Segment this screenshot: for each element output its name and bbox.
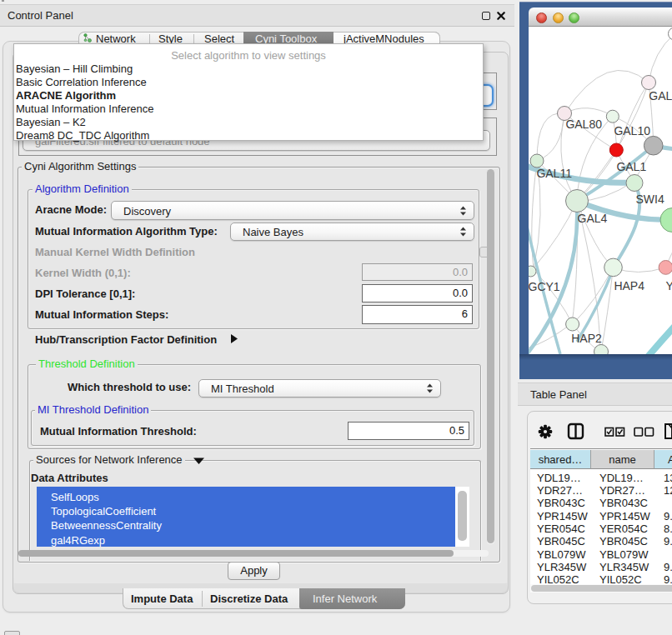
svg-text:GAL4: GAL4 [578, 212, 608, 225]
svg-text:SWI4: SWI4 [636, 192, 664, 206]
svg-text:GAL: GAL [649, 89, 672, 102]
svg-text:HAP4: HAP4 [614, 279, 644, 292]
svg-text:Y: Y [666, 279, 672, 292]
svg-text:GAL1: GAL1 [616, 160, 646, 173]
svg-text:GCY1: GCY1 [529, 280, 560, 293]
svg-text:GAL11: GAL11 [536, 167, 572, 180]
svg-text:GAL80: GAL80 [565, 118, 602, 131]
svg-text:GAL10: GAL10 [614, 124, 650, 138]
svg-text:HAP2: HAP2 [571, 332, 602, 345]
